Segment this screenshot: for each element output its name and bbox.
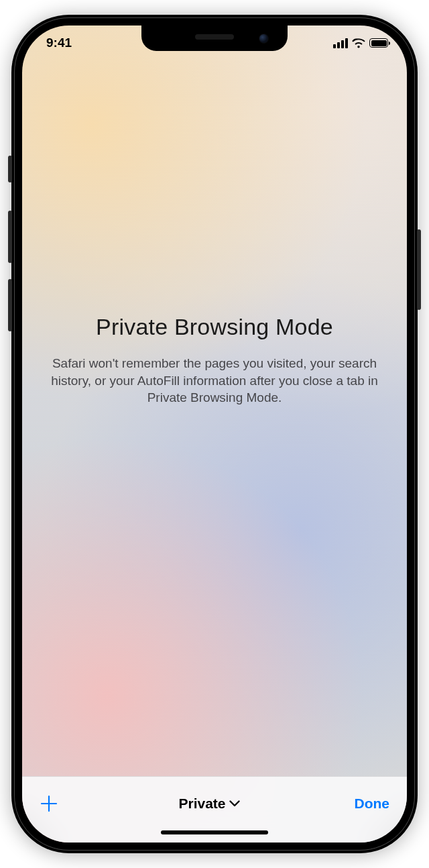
device-frame: 9:41 Private Browsing Mode Safari won't …: [11, 15, 418, 853]
home-indicator[interactable]: [161, 830, 268, 834]
status-time: 9:41: [46, 36, 113, 50]
silent-switch: [8, 156, 12, 182]
chevron-down-icon: [229, 800, 240, 807]
wifi-icon: [352, 38, 365, 48]
cellular-signal-icon: [333, 38, 348, 48]
volume-up-button: [8, 211, 12, 263]
battery-icon: [369, 38, 388, 48]
front-camera: [259, 34, 269, 44]
tab-group-label: Private: [178, 796, 225, 812]
bottom-toolbar: Private Done: [22, 776, 407, 843]
main-content: Private Browsing Mode Safari won't remem…: [22, 60, 407, 776]
new-tab-button[interactable]: [40, 794, 69, 813]
tab-group-selector[interactable]: Private: [178, 796, 239, 812]
plus-icon: [40, 794, 58, 813]
page-description: Safari won't remember the pages you visi…: [48, 355, 381, 406]
power-button: [417, 229, 421, 310]
volume-down-button: [8, 279, 12, 331]
speaker-grille: [195, 34, 234, 40]
screen: 9:41 Private Browsing Mode Safari won't …: [22, 25, 407, 843]
status-indicators: [314, 38, 388, 48]
page-title: Private Browsing Mode: [96, 314, 333, 340]
notch: [141, 25, 288, 51]
done-button[interactable]: Done: [349, 796, 389, 812]
